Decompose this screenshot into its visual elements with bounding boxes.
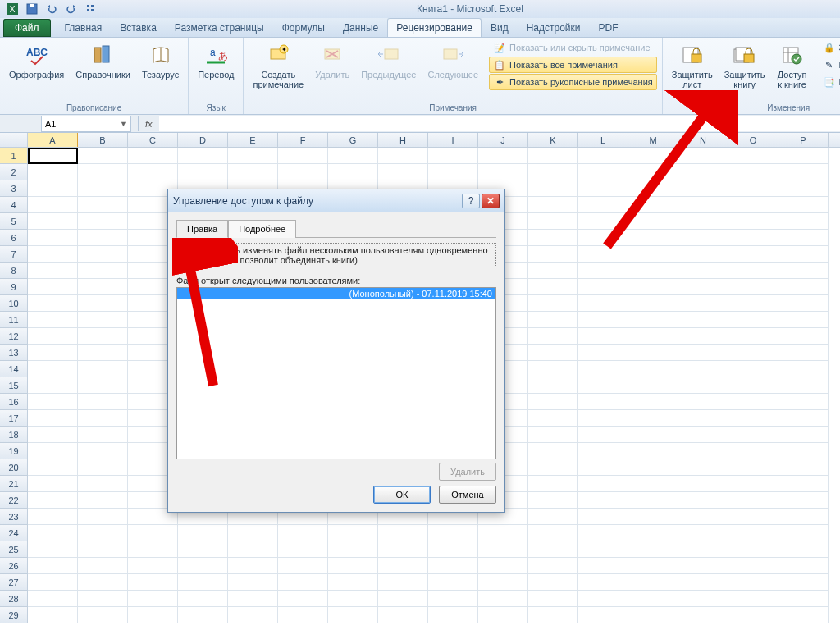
- tab-formulas[interactable]: Формулы: [273, 18, 334, 37]
- cell[interactable]: [528, 295, 578, 312]
- cell[interactable]: [528, 230, 578, 246]
- dialog-tab-advanced[interactable]: Подробнее: [228, 220, 296, 238]
- cell[interactable]: [528, 246, 578, 262]
- row-header[interactable]: 8: [0, 262, 28, 279]
- cell[interactable]: [28, 558, 78, 574]
- cell[interactable]: [528, 443, 578, 459]
- cell[interactable]: [78, 279, 128, 295]
- cell[interactable]: [728, 492, 778, 509]
- cell[interactable]: [228, 525, 278, 541]
- cell[interactable]: [628, 295, 678, 312]
- cell[interactable]: [778, 459, 829, 476]
- column-header[interactable]: F: [278, 133, 328, 147]
- cell[interactable]: [328, 164, 378, 180]
- cell[interactable]: [628, 148, 678, 164]
- cell[interactable]: [628, 443, 678, 459]
- allow-edit-ranges-button[interactable]: ✎Разрешить изм: [819, 57, 840, 73]
- cell[interactable]: [278, 574, 328, 591]
- cell[interactable]: [628, 459, 678, 476]
- cell[interactable]: [628, 558, 678, 574]
- name-box[interactable]: A1▼: [41, 116, 131, 132]
- cell[interactable]: [128, 607, 178, 623]
- cell[interactable]: [528, 574, 578, 591]
- cell[interactable]: [378, 607, 428, 623]
- show-ink-button[interactable]: ✒Показать рукописные примечания: [489, 74, 657, 90]
- row-header[interactable]: 9: [0, 279, 28, 295]
- cell[interactable]: [78, 459, 128, 476]
- cell[interactable]: [78, 410, 128, 427]
- show-hide-comment-button[interactable]: 📝Показать или скрыть примечание: [489, 39, 657, 56]
- allow-multiuser-checkbox[interactable]: [179, 246, 189, 257]
- row-header[interactable]: 1: [0, 148, 28, 164]
- cell[interactable]: [678, 164, 728, 180]
- cell[interactable]: [728, 377, 778, 394]
- cell[interactable]: [78, 246, 128, 262]
- cell[interactable]: [578, 492, 628, 509]
- tab-view[interactable]: Вид: [482, 18, 518, 37]
- thesaurus-button[interactable]: Тезаурус: [138, 39, 183, 82]
- cell[interactable]: [78, 476, 128, 492]
- cell[interactable]: [578, 279, 628, 295]
- cell[interactable]: [728, 541, 778, 558]
- cell[interactable]: [678, 492, 728, 509]
- cell[interactable]: [728, 443, 778, 459]
- cell[interactable]: [128, 541, 178, 558]
- cell[interactable]: [428, 541, 478, 558]
- cell[interactable]: [78, 361, 128, 377]
- chevron-down-icon[interactable]: ▼: [120, 120, 127, 128]
- cell[interactable]: [428, 607, 478, 623]
- cell[interactable]: [728, 574, 778, 591]
- cell[interactable]: [678, 197, 728, 213]
- dialog-help-button[interactable]: ?: [462, 194, 480, 208]
- excel-icon[interactable]: X: [3, 2, 21, 16]
- cell[interactable]: [28, 410, 78, 427]
- cell[interactable]: [278, 558, 328, 574]
- cell[interactable]: [678, 410, 728, 427]
- cell[interactable]: [78, 295, 128, 312]
- cell[interactable]: [228, 558, 278, 574]
- cell[interactable]: [178, 525, 228, 541]
- cell[interactable]: [528, 607, 578, 623]
- cell[interactable]: [28, 377, 78, 394]
- cell[interactable]: [578, 459, 628, 476]
- row-header[interactable]: 18: [0, 427, 28, 443]
- cell[interactable]: [678, 377, 728, 394]
- row-header[interactable]: 3: [0, 180, 28, 197]
- cell[interactable]: [578, 509, 628, 525]
- cell[interactable]: [628, 213, 678, 230]
- protect-workbook-button[interactable]: Защитить книгу: [720, 39, 769, 92]
- cell[interactable]: [78, 394, 128, 410]
- cell[interactable]: [478, 525, 528, 541]
- cell[interactable]: [178, 574, 228, 591]
- cell[interactable]: [578, 262, 628, 279]
- row-header[interactable]: 19: [0, 443, 28, 459]
- cell[interactable]: [728, 197, 778, 213]
- cell[interactable]: [728, 459, 778, 476]
- column-header[interactable]: E: [228, 133, 278, 147]
- dialog-close-button[interactable]: ✕: [482, 194, 500, 208]
- cell[interactable]: [528, 394, 578, 410]
- cell[interactable]: [728, 476, 778, 492]
- cell[interactable]: [628, 279, 678, 295]
- cell[interactable]: [678, 558, 728, 574]
- cell[interactable]: [78, 377, 128, 394]
- row-header[interactable]: 17: [0, 410, 28, 427]
- cell[interactable]: [378, 525, 428, 541]
- cell[interactable]: [578, 295, 628, 312]
- cell[interactable]: [778, 164, 829, 180]
- cell[interactable]: [28, 197, 78, 213]
- cell[interactable]: [578, 197, 628, 213]
- cell[interactable]: [678, 607, 728, 623]
- cell[interactable]: [578, 591, 628, 607]
- cell[interactable]: [578, 525, 628, 541]
- tab-insert[interactable]: Вставка: [111, 18, 166, 37]
- cell[interactable]: [628, 476, 678, 492]
- cell[interactable]: [628, 607, 678, 623]
- cell[interactable]: [528, 312, 578, 328]
- share-workbook-button[interactable]: Доступ к книге: [773, 39, 812, 92]
- cell[interactable]: [78, 312, 128, 328]
- cell[interactable]: [578, 443, 628, 459]
- tab-home[interactable]: Главная: [56, 18, 112, 37]
- cell[interactable]: [628, 509, 678, 525]
- cell[interactable]: [428, 558, 478, 574]
